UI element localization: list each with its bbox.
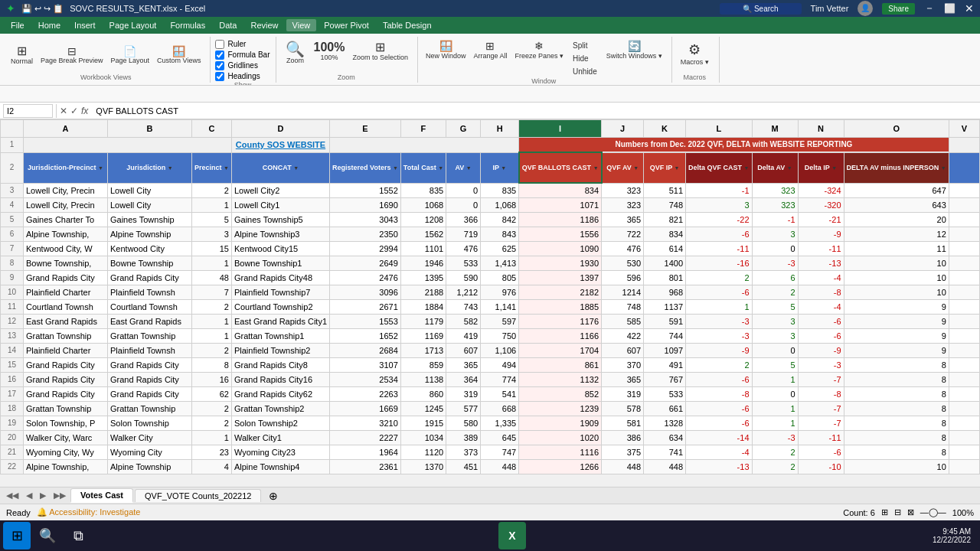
cell-M12[interactable]: 3 (752, 315, 798, 329)
cell-H6[interactable]: 843 (481, 227, 519, 242)
cell-H22[interactable]: 448 (481, 460, 519, 474)
cell-J11[interactable]: 748 (602, 300, 644, 315)
cell-I3[interactable]: 834 (519, 183, 602, 198)
header-B[interactable]: Jurisdiction ▼ (108, 152, 192, 183)
cell-L18[interactable]: -6 (686, 402, 752, 416)
cell-O13[interactable]: 9 (844, 329, 949, 344)
view-layout-btn[interactable]: ⊟ (894, 507, 901, 517)
cell-A5[interactable]: Gaines Charter To (24, 213, 108, 227)
cell-M8[interactable]: -3 (752, 256, 798, 271)
cell-F5[interactable]: 1208 (400, 213, 446, 227)
sheet-tab-votes-cast[interactable]: Votes Cast (70, 488, 133, 503)
cell-D22[interactable]: Alpine Township4 (231, 460, 329, 474)
col-header-O[interactable]: O (844, 120, 949, 138)
cell-D13[interactable]: Grattan Township1 (231, 329, 329, 344)
ribbon-btn-hide[interactable]: Hide (568, 53, 602, 64)
cell-B19[interactable]: Solon Township (108, 416, 192, 431)
cell-N16[interactable]: -7 (798, 373, 844, 387)
col-header-E[interactable]: E (330, 120, 401, 138)
cell-A1[interactable] (24, 138, 232, 153)
cell-L14[interactable]: -9 (686, 344, 752, 358)
col-header-V[interactable]: V (949, 120, 979, 138)
header-H[interactable]: IP ▼ (481, 152, 519, 183)
cell-M10[interactable]: 2 (752, 285, 798, 300)
cell-L20[interactable]: -14 (686, 431, 752, 445)
cell-F19[interactable]: 1915 (400, 416, 446, 431)
cell-K19[interactable]: 1328 (644, 416, 686, 431)
cell-L10[interactable]: -6 (686, 285, 752, 300)
cell-M18[interactable]: 1 (752, 402, 798, 416)
cell-M7[interactable]: 0 (752, 242, 798, 256)
cell-A21[interactable]: Wyoming City, Wy (24, 445, 108, 460)
cell-V5[interactable] (949, 213, 979, 227)
cell-E22[interactable]: 2361 (330, 460, 401, 474)
cell-D8[interactable]: Bowne Township1 (231, 256, 329, 271)
cell-B15[interactable]: Grand Rapids City (108, 358, 192, 373)
cell-H12[interactable]: 597 (481, 315, 519, 329)
cell-K8[interactable]: 1400 (644, 256, 686, 271)
cell-C9[interactable]: 48 (192, 271, 232, 285)
cell-O22[interactable]: 10 (844, 460, 949, 474)
header-L[interactable]: Delta QVF CAST ▼ (686, 152, 752, 183)
cell-A14[interactable]: Plainfield Charter (24, 344, 108, 358)
cell-O15[interactable]: 8 (844, 358, 949, 373)
cell-J8[interactable]: 530 (602, 256, 644, 271)
cell-J15[interactable]: 370 (602, 358, 644, 373)
cell-O11[interactable]: 9 (844, 300, 949, 315)
taskbar-task-view[interactable]: ⧉ (64, 522, 92, 549)
search-box[interactable]: 🔍 Search (720, 3, 801, 15)
col-header-I[interactable]: I (519, 120, 602, 138)
cell-D18[interactable]: Grattan Township2 (231, 402, 329, 416)
cell-J5[interactable]: 365 (602, 213, 644, 227)
cell-M6[interactable]: 3 (752, 227, 798, 242)
cell-L11[interactable]: 1 (686, 300, 752, 315)
cell-H8[interactable]: 1,413 (481, 256, 519, 271)
cell-G16[interactable]: 364 (446, 373, 481, 387)
cell-E21[interactable]: 1964 (330, 445, 401, 460)
col-header-B[interactable]: B (108, 120, 192, 138)
menu-formulas[interactable]: Formulas (164, 19, 211, 31)
header-O[interactable]: DELTA AV minus INPERSON ▼ (844, 152, 949, 183)
cell-F17[interactable]: 860 (400, 387, 446, 402)
taskbar-start[interactable]: ⊞ (3, 522, 31, 549)
ribbon-btn-switch-windows[interactable]: 🔄 Switch Windows ▾ (603, 38, 665, 77)
cell-V7[interactable] (949, 242, 979, 256)
cell-L6[interactable]: -6 (686, 227, 752, 242)
cell-N12[interactable]: -6 (798, 315, 844, 329)
menu-data[interactable]: Data (213, 19, 243, 31)
cell-C21[interactable]: 23 (192, 445, 232, 460)
cell-G15[interactable]: 365 (446, 358, 481, 373)
col-header-G[interactable]: G (446, 120, 481, 138)
ribbon-btn-split[interactable]: Split (568, 40, 602, 51)
cell-B16[interactable]: Grand Rapids City (108, 373, 192, 387)
cell-A15[interactable]: Grand Rapids City (24, 358, 108, 373)
cell-A10[interactable]: Plainfield Charter (24, 285, 108, 300)
cell-K10[interactable]: 968 (644, 285, 686, 300)
cell-B6[interactable]: Alpine Township (108, 227, 192, 242)
cell-V1[interactable] (949, 138, 979, 153)
cell-C7[interactable]: 15 (192, 242, 232, 256)
cell-G17[interactable]: 319 (446, 387, 481, 402)
view-break-btn[interactable]: ⊠ (907, 507, 914, 517)
name-box[interactable]: I2 (3, 104, 53, 118)
cell-J13[interactable]: 422 (602, 329, 644, 344)
cell-V8[interactable] (949, 256, 979, 271)
ribbon-btn-unhide[interactable]: Unhide (568, 66, 602, 77)
header-M[interactable]: Delta AV ▼ (752, 152, 798, 183)
cell-O6[interactable]: 12 (844, 227, 949, 242)
cell-C16[interactable]: 16 (192, 373, 232, 387)
cell-M16[interactable]: 1 (752, 373, 798, 387)
cell-B9[interactable]: Grand Rapids City (108, 271, 192, 285)
cell-O19[interactable]: 8 (844, 416, 949, 431)
cell-O20[interactable]: 8 (844, 431, 949, 445)
cell-K22[interactable]: 448 (644, 460, 686, 474)
cell-V18[interactable] (949, 402, 979, 416)
cell-O3[interactable]: 647 (844, 183, 949, 198)
cell-O21[interactable]: 8 (844, 445, 949, 460)
cell-H15[interactable]: 494 (481, 358, 519, 373)
ribbon-btn-macros[interactable]: ⚙ Macros ▾ (678, 40, 712, 67)
cell-I15[interactable]: 861 (519, 358, 602, 373)
ribbon-btn-page-break[interactable]: ⊟ Page Break Preview (38, 44, 106, 66)
cell-N19[interactable]: -7 (798, 416, 844, 431)
header-G[interactable]: AV ▼ (446, 152, 481, 183)
